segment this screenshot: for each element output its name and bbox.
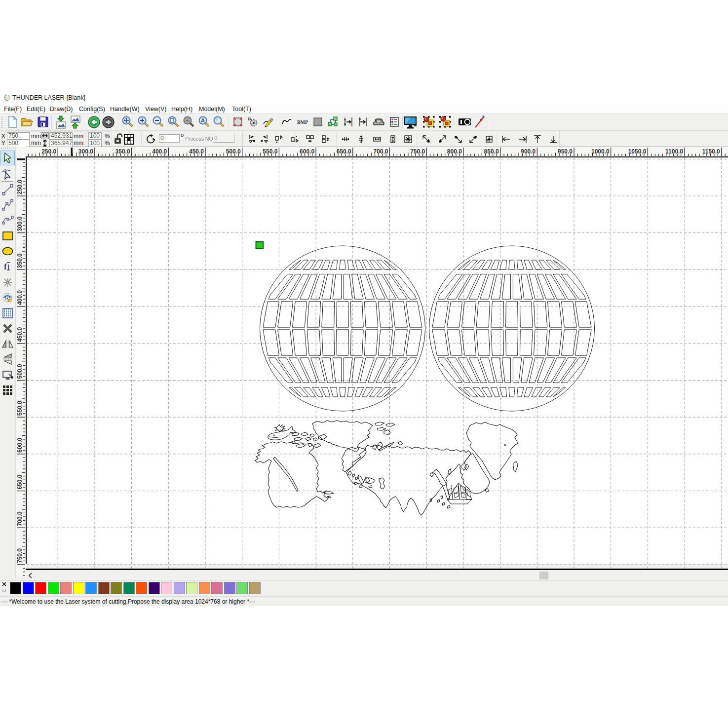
svg-text:300.0: 300.0 [78, 148, 93, 155]
svg-text:300.0: 300.0 [16, 216, 23, 231]
svg-text:600.0: 600.0 [16, 438, 23, 453]
svg-text:1050.0: 1050.0 [628, 148, 647, 155]
svg-text:950.0: 950.0 [558, 148, 573, 155]
svg-text:250.0: 250.0 [16, 180, 23, 194]
svg-text:1150.0: 1150.0 [702, 148, 720, 155]
svg-text:600.0: 600.0 [300, 148, 314, 155]
svg-text:500.0: 500.0 [16, 364, 23, 379]
svg-text:700.0: 700.0 [16, 511, 23, 526]
svg-text:750.0: 750.0 [410, 148, 425, 155]
svg-text:A: A [201, 117, 205, 123]
svg-text:400.0: 400.0 [16, 290, 23, 305]
svg-text:500.0: 500.0 [226, 148, 241, 155]
svg-text:750.0: 750.0 [16, 548, 23, 563]
svg-text:850.0: 850.0 [484, 148, 499, 155]
svg-text:550.0: 550.0 [16, 401, 23, 416]
svg-text:650.0: 650.0 [16, 474, 23, 489]
svg-text:BMP: BMP [297, 119, 308, 125]
svg-text:800.0: 800.0 [447, 148, 462, 155]
svg-text:1000.0: 1000.0 [591, 148, 610, 155]
svg-text:450.0: 450.0 [16, 327, 23, 342]
svg-text:1100.0: 1100.0 [665, 148, 683, 155]
svg-text:900.0: 900.0 [521, 148, 536, 155]
svg-text:f: f [4, 262, 7, 271]
svg-text:650.0: 650.0 [337, 148, 351, 155]
svg-text:350.0: 350.0 [115, 148, 130, 155]
svg-text:550.0: 550.0 [263, 148, 277, 155]
svg-text:400.0: 400.0 [152, 148, 167, 155]
svg-text:700.0: 700.0 [373, 148, 388, 155]
svg-text:350.0: 350.0 [16, 253, 23, 268]
svg-text:450.0: 450.0 [189, 148, 204, 155]
